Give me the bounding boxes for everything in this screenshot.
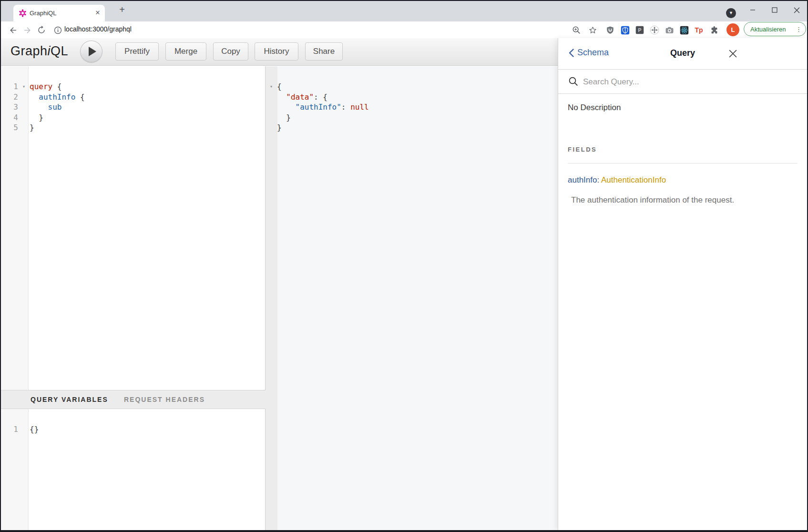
tab-close-icon[interactable]: ✕ [93, 9, 102, 17]
fold-arrow-icon[interactable]: ▾ [18, 82, 30, 92]
bookmark-button[interactable] [586, 24, 599, 36]
browser-titlebar: GraphiQL ✕ + ▼ [1, 1, 807, 21]
tampermonkey-tp-icon: Tp [695, 26, 703, 34]
p-square-extension-button[interactable]: P [634, 24, 645, 36]
update-button-label: Aktualisieren [750, 26, 796, 33]
close-window-button[interactable] [788, 3, 805, 17]
browser-navbar: localhost:3000/graphql [1, 21, 807, 38]
info-icon [54, 26, 62, 34]
search-icon [568, 76, 579, 87]
line-number: 1 [1, 82, 18, 92]
minimize-icon [750, 7, 756, 13]
tab-query-variables[interactable]: QUERY VARIABLES [31, 390, 108, 409]
profile-avatar[interactable]: L [726, 23, 739, 36]
doc-type-description: No Description [568, 103, 621, 113]
code-line: 1{} [1, 424, 39, 435]
react-devtools-button[interactable] [678, 24, 690, 36]
tampermonkey-extension-button[interactable]: Tp [693, 24, 705, 36]
move-extension-button[interactable] [649, 24, 660, 36]
bitwarden-shield-icon [621, 26, 630, 35]
extensions-menu-button[interactable] [708, 24, 720, 36]
window-border-left [0, 0, 1, 532]
code-line: "authInfo": null [266, 102, 369, 113]
ublock-extension-button[interactable] [604, 24, 616, 36]
dark-p-square-icon: P [635, 26, 644, 34]
code-line: } [266, 123, 369, 133]
address-bar[interactable]: localhost:3000/graphql [64, 25, 132, 33]
results-fold-gutter [266, 66, 277, 530]
window-border-bottom [0, 530, 808, 532]
minimize-button[interactable] [745, 3, 761, 17]
doc-field-name-link[interactable]: authInfo [568, 175, 597, 184]
puzzle-extensions-icon [710, 26, 719, 35]
maximize-button[interactable] [767, 3, 783, 17]
back-arrow-icon [9, 26, 18, 35]
new-tab-button[interactable]: + [116, 4, 128, 15]
doc-explorer-panel: Schema Query No Description FIELDS authI… [558, 38, 807, 530]
code-line: "data": { [266, 92, 369, 102]
results-pane: ▾{ "data": { "authInfo": null }} [266, 66, 558, 530]
forward-button[interactable] [21, 24, 33, 36]
reload-icon [37, 26, 46, 34]
fold-arrow-icon[interactable]: ▾ [266, 82, 277, 92]
fold-spacer [266, 123, 277, 133]
camera-icon [665, 26, 674, 35]
copy-button[interactable]: Copy [213, 42, 248, 61]
code-line: 4 } [1, 113, 85, 123]
more-options-dots-icon[interactable]: ⋮ [796, 26, 802, 33]
window-border-top [0, 0, 808, 1]
tab-request-headers[interactable]: REQUEST HEADERS [124, 390, 205, 409]
line-number: 5 [1, 123, 18, 133]
query-variables-editor[interactable]: 1{} [1, 409, 266, 530]
bitwarden-extension-button[interactable] [619, 24, 631, 36]
execute-query-button[interactable] [80, 41, 102, 62]
fold-spacer [266, 102, 277, 113]
forward-arrow-icon [23, 26, 32, 35]
download-indicator-icon[interactable]: ▼ [726, 8, 736, 18]
browser-tab-graphiql[interactable]: GraphiQL ✕ [13, 5, 105, 21]
doc-explorer-header: Schema Query [558, 38, 807, 70]
close-icon [794, 7, 800, 13]
fold-spacer [18, 424, 30, 435]
query-editor-code[interactable]: 1▾query {2 authInfo {3 sub4 }5} [1, 82, 85, 133]
query-editor-pane[interactable]: 1▾query {2 authInfo {3 sub4 }5} [1, 66, 266, 390]
doc-search-row [558, 70, 807, 94]
site-info-button[interactable] [51, 24, 64, 36]
screenshot-extension-button[interactable] [664, 24, 675, 36]
prettify-button[interactable]: Prettify [115, 42, 159, 61]
doc-field-authinfo: authInfo: AuthenticationInfo [568, 175, 666, 185]
line-number: 3 [1, 102, 18, 113]
results-code: ▾{ "data": { "authInfo": null }} [266, 82, 369, 133]
maximize-icon [772, 7, 777, 13]
graphiql-toolbar: GraphiQL Prettify Merge Copy History Sha… [1, 38, 558, 66]
doc-field-type-link[interactable]: AuthenticationInfo [601, 175, 666, 184]
fold-spacer [18, 92, 30, 102]
line-number: 2 [1, 92, 18, 102]
variables-editor-code[interactable]: 1{} [1, 424, 39, 435]
history-button[interactable]: History [255, 42, 298, 61]
close-icon [728, 49, 737, 58]
fold-spacer [266, 113, 277, 123]
doc-search-input[interactable] [582, 74, 784, 90]
doc-close-button[interactable] [726, 47, 739, 60]
share-button[interactable]: Share [305, 42, 343, 61]
secondary-editor-tabbar: QUERY VARIABLES REQUEST HEADERS [1, 390, 266, 409]
doc-fields-divider [568, 163, 798, 164]
play-icon [89, 47, 96, 56]
svg-text:P: P [638, 27, 641, 33]
zoom-in-icon [572, 26, 581, 35]
code-line: ▾{ [266, 82, 369, 92]
back-button[interactable] [7, 24, 19, 36]
fold-spacer [18, 102, 30, 113]
zoom-page-button[interactable] [570, 24, 583, 36]
line-number: 1 [1, 424, 18, 435]
doc-title: Query [558, 48, 807, 58]
code-line: 5} [1, 123, 85, 133]
move-circle-icon [650, 25, 659, 35]
reload-button[interactable] [35, 24, 48, 36]
code-line: 1▾query { [1, 82, 85, 92]
react-devtools-icon [680, 26, 689, 35]
doc-field-description: The authentication information of the re… [571, 195, 734, 205]
update-profile-button[interactable]: Aktualisieren ⋮ [744, 22, 806, 36]
merge-button[interactable]: Merge [165, 42, 206, 61]
